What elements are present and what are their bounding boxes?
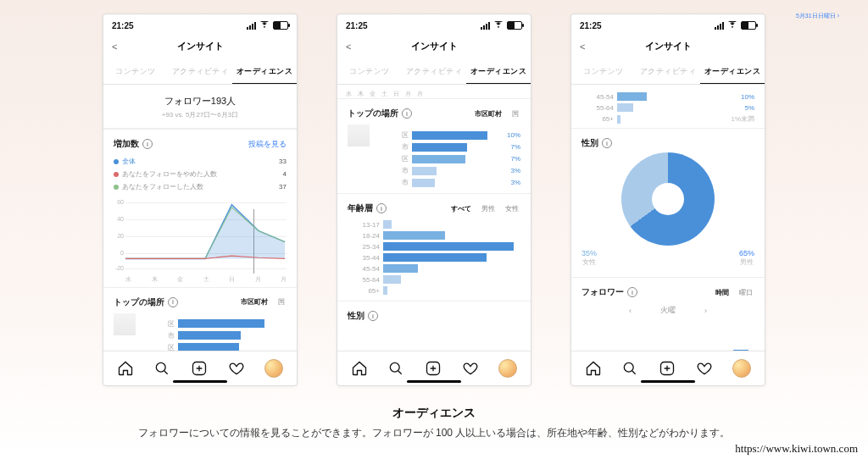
battery-icon <box>507 21 522 30</box>
gender-section: 性別i 35%女性 65%男性 <box>571 128 765 277</box>
gender-donut-chart <box>621 152 715 246</box>
info-icon[interactable]: i <box>142 139 153 149</box>
tab-audience[interactable]: オーディエンス <box>466 59 531 84</box>
battery-icon <box>273 21 288 30</box>
growth-line-chart: 60 40 20 0 -20 <box>114 199 287 284</box>
back-chevron-icon[interactable]: < <box>346 41 359 52</box>
gender-section-stub: 性別i <box>337 301 531 325</box>
clock: 21:25 <box>112 21 134 30</box>
follower-summary: フォロワー193人 +93 vs. 5月27日〜6月3日 <box>103 85 297 129</box>
tab-activity[interactable]: アクティビティ <box>402 59 466 84</box>
tab-content[interactable]: コンテンツ <box>571 59 636 84</box>
age-tail-bars: 45-5410% 55-645% 65+1%未満 <box>571 85 765 128</box>
see-posts-link[interactable]: 投稿を見る <box>248 139 287 150</box>
tab-content[interactable]: コンテンツ <box>103 59 168 84</box>
create-icon[interactable] <box>191 360 208 377</box>
home-icon[interactable] <box>351 360 368 377</box>
age-filter-men[interactable]: 男性 <box>480 203 497 214</box>
follower-hours-bars <box>581 323 754 351</box>
age-filter-all[interactable]: すべて <box>449 203 473 214</box>
male-pct: 65% <box>739 249 754 257</box>
heart-icon[interactable] <box>696 360 713 377</box>
title-bar: < インサイト <box>103 33 297 59</box>
follower-hours-section: フォロワーi 時間 曜日 ‹火曜› <box>571 277 765 351</box>
back-chevron-icon[interactable]: < <box>112 41 125 52</box>
bottom-navbar <box>571 351 765 385</box>
tab-content[interactable]: コンテンツ <box>337 59 402 84</box>
wifi-icon <box>259 21 270 30</box>
heart-icon[interactable] <box>462 360 479 377</box>
age-filter-women[interactable]: 女性 <box>504 203 520 214</box>
info-icon[interactable]: i <box>402 108 412 119</box>
status-bar: 21:25 <box>103 14 297 33</box>
clock: 21:25 <box>346 21 368 30</box>
top-location-section: トップの場所i 市区町村国 区 市 区 <box>103 287 297 351</box>
caption-title: オーディエンス <box>0 406 868 421</box>
profile-avatar[interactable] <box>732 359 751 378</box>
home-icon[interactable] <box>585 360 602 377</box>
tabs: コンテンツ アクティビティ オーディエンス <box>103 59 297 85</box>
profile-avatar[interactable] <box>498 359 517 378</box>
follower-delta: +93 vs. 5月27日〜6月3日 <box>103 110 297 119</box>
filter-day[interactable]: 曜日 <box>737 287 754 298</box>
next-day-icon[interactable]: › <box>704 307 707 315</box>
status-bar: 21:25 <box>571 14 765 33</box>
page-title: インサイト <box>593 40 743 53</box>
top-location-section: トップの場所i 市区町村国 区10% 市7% 区7% 市3% 市3% <box>337 98 531 193</box>
info-icon[interactable]: i <box>168 297 178 307</box>
caption-body: フォロワーについての情報を見ることができます。フォロワーが 100 人以上いる場… <box>0 426 868 440</box>
growth-legend: 全体33 あなたをフォローをやめた人数4 あなたをフォローした人数37 <box>114 155 287 194</box>
tab-audience[interactable]: オーディエンス <box>232 59 297 84</box>
female-label: 女性 <box>581 257 597 267</box>
search-icon[interactable] <box>387 360 404 377</box>
signal-icon <box>481 22 490 30</box>
prev-day-icon[interactable]: ‹ <box>629 307 632 315</box>
growth-section: 増加数i 投稿を見る 全体33 あなたをフォローをやめた人数4 あなたをフォロー… <box>103 129 297 287</box>
filter-country[interactable]: 国 <box>510 108 520 119</box>
source-url: https://www.kiwi.town.com <box>735 442 858 456</box>
signal-icon <box>715 22 724 30</box>
filter-city[interactable]: 市区町村 <box>239 296 270 307</box>
phone-screenshot-2: 21:25 < インサイト コンテンツ アクティビティ オーディエンス 水木金土… <box>337 14 531 386</box>
location-thumbnail <box>114 313 136 335</box>
search-icon[interactable] <box>621 360 638 377</box>
title-bar: < インサイト <box>571 33 765 59</box>
female-pct: 35% <box>581 249 597 257</box>
heart-icon[interactable] <box>228 360 245 377</box>
info-icon[interactable]: i <box>627 287 637 297</box>
filter-city[interactable]: 市区町村 <box>473 108 504 119</box>
info-icon[interactable]: i <box>368 311 378 321</box>
clock: 21:25 <box>580 21 602 30</box>
home-icon[interactable] <box>117 360 134 377</box>
create-icon[interactable] <box>425 360 442 377</box>
tab-activity[interactable]: アクティビティ <box>636 59 700 84</box>
title-bar: < インサイト <box>337 33 531 59</box>
male-label: 男性 <box>739 257 754 267</box>
gender-title: 性別 <box>348 310 364 322</box>
age-range-section: 年齢層i すべて 男性 女性 13-17 18-24 25-34 35-44 4… <box>337 193 531 301</box>
info-icon[interactable]: i <box>376 203 387 213</box>
profile-avatar[interactable] <box>264 359 283 378</box>
filter-hour[interactable]: 時間 <box>714 287 731 298</box>
top-location-title: トップの場所 <box>114 296 164 308</box>
top-location-bars: 区10% 市7% 区7% 市3% 市3% <box>373 124 520 190</box>
tab-activity[interactable]: アクティビティ <box>168 59 232 84</box>
page-title: インサイト <box>125 40 275 53</box>
wifi-icon <box>727 21 737 30</box>
filter-country[interactable]: 国 <box>276 296 287 307</box>
location-thumbnail <box>348 124 370 147</box>
tab-audience[interactable]: オーディエンス <box>700 59 765 84</box>
age-title: 年齢層 <box>348 202 373 214</box>
age-range-bars: 13-17 18-24 25-34 35-44 45-54 55-64 65+ <box>348 214 520 295</box>
svg-point-5 <box>625 362 634 372</box>
status-bar: 21:25 <box>337 14 531 33</box>
tabs: コンテンツ アクティビティ オーディエンス <box>337 59 531 85</box>
gender-title: 性別 <box>581 137 598 149</box>
back-chevron-icon[interactable]: < <box>580 41 593 52</box>
selected-day: 火曜 <box>660 305 676 316</box>
signal-icon <box>247 22 256 30</box>
battery-icon <box>741 21 756 30</box>
search-icon[interactable] <box>153 360 170 377</box>
info-icon[interactable]: i <box>602 138 612 148</box>
create-icon[interactable] <box>659 360 676 377</box>
